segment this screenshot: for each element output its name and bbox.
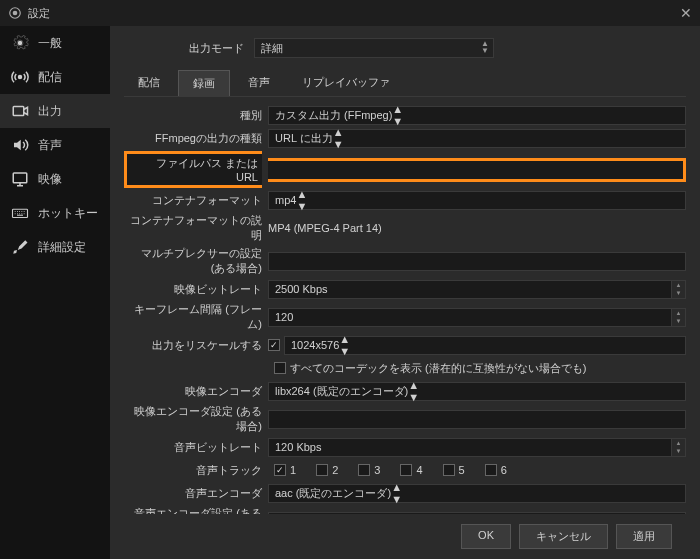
sidebar-item-label: 出力 xyxy=(38,103,62,120)
output-mode-select[interactable]: 詳細 ▲▼ xyxy=(254,38,494,58)
type-select[interactable]: カスタム出力 (FFmpeg)▲▼ xyxy=(268,106,686,125)
svg-rect-5 xyxy=(13,173,27,183)
container-desc-value: MP4 (MPEG-4 Part 14) xyxy=(268,222,382,234)
ffmpeg-out-label: FFmpegの出力の種類 xyxy=(124,131,262,146)
window-title: 設定 xyxy=(28,6,680,21)
container-select[interactable]: mp4▲▼ xyxy=(268,191,686,210)
filepath-label: ファイルパス または URL xyxy=(124,151,262,188)
rescale-select[interactable]: 1024x576▲▼ xyxy=(284,336,686,355)
container-label: コンテナフォーマット xyxy=(124,193,262,208)
track-3-checkbox[interactable] xyxy=(358,464,370,476)
track-1-checkbox[interactable]: ✓ xyxy=(274,464,286,476)
tools-icon xyxy=(10,238,30,256)
sidebar-item-label: ホットキー xyxy=(38,205,98,222)
spin-down-icon[interactable]: ▼ xyxy=(671,317,685,326)
vbitrate-input[interactable]: 2500 Kbps▲▼ xyxy=(268,280,686,299)
chevron-updown-icon: ▲▼ xyxy=(333,126,344,150)
content-panel: 出力モード 詳細 ▲▼ 配信 録画 音声 リプレイバッファ 種別カスタム出力 (… xyxy=(110,26,700,559)
track-4-checkbox[interactable] xyxy=(400,464,412,476)
tab-record[interactable]: 録画 xyxy=(178,70,230,96)
container-desc-label: コンテナフォーマットの説明 xyxy=(124,213,262,243)
keyframe-label: キーフレーム間隔 (フレーム) xyxy=(124,302,262,332)
vencoder-set-input[interactable] xyxy=(268,410,686,429)
vencoder-select[interactable]: libx264 (既定のエンコーダ)▲▼ xyxy=(268,382,686,401)
ok-button[interactable]: OK xyxy=(461,524,511,549)
speaker-icon xyxy=(10,136,30,154)
form: 種別カスタム出力 (FFmpeg)▲▼ FFmpegの出力の種類URL に出力▲… xyxy=(124,105,686,514)
muxer-label: マルチプレクサーの設定 (ある場合) xyxy=(124,246,262,276)
sidebar-item-label: 音声 xyxy=(38,137,62,154)
sidebar-item-stream[interactable]: 配信 xyxy=(0,60,110,94)
close-icon[interactable]: ✕ xyxy=(680,5,692,21)
monitor-icon xyxy=(10,170,30,188)
svg-point-2 xyxy=(18,41,23,46)
output-icon xyxy=(10,102,30,120)
sidebar-item-audio[interactable]: 音声 xyxy=(0,128,110,162)
aencoder-set-input[interactable] xyxy=(268,512,686,515)
output-mode-label: 出力モード xyxy=(124,41,244,56)
track-6-checkbox[interactable] xyxy=(485,464,497,476)
keyframe-input[interactable]: 120▲▼ xyxy=(268,308,686,327)
aencoder-select[interactable]: aac (既定のエンコーダ)▲▼ xyxy=(268,484,686,503)
tracks-label: 音声トラック xyxy=(124,463,262,478)
spin-down-icon[interactable]: ▼ xyxy=(671,447,685,456)
sidebar-item-general[interactable]: 一般 xyxy=(0,26,110,60)
track-5-checkbox[interactable] xyxy=(443,464,455,476)
chevron-updown-icon: ▲▼ xyxy=(392,105,403,127)
svg-point-3 xyxy=(19,76,22,79)
show-all-checkbox[interactable] xyxy=(274,362,286,374)
aencoder-label: 音声エンコーダ xyxy=(124,486,262,501)
show-all-label: すべてのコーデックを表示 (潜在的に互換性がない場合でも) xyxy=(290,361,586,376)
muxer-input[interactable] xyxy=(268,252,686,271)
cancel-button[interactable]: キャンセル xyxy=(519,524,608,549)
abitrate-input[interactable]: 120 Kbps▲▼ xyxy=(268,438,686,457)
svg-rect-4 xyxy=(13,107,24,116)
chevron-updown-icon: ▲▼ xyxy=(391,481,402,505)
spin-up-icon[interactable]: ▲ xyxy=(671,309,685,318)
sidebar: 一般 配信 出力 音声 映像 ホットキー 詳細設定 xyxy=(0,26,110,559)
sidebar-item-label: 一般 xyxy=(38,35,62,52)
type-label: 種別 xyxy=(124,108,262,123)
sidebar-item-label: 配信 xyxy=(38,69,62,86)
sidebar-item-hotkeys[interactable]: ホットキー xyxy=(0,196,110,230)
rescale-checkbox[interactable]: ✓ xyxy=(268,339,280,351)
dialog-buttons: OK キャンセル 適用 xyxy=(124,514,686,559)
sidebar-item-video[interactable]: 映像 xyxy=(0,162,110,196)
output-mode-value: 詳細 xyxy=(261,41,283,56)
vencoder-label: 映像エンコーダ xyxy=(124,384,262,399)
tab-audio[interactable]: 音声 xyxy=(234,70,284,96)
chevron-updown-icon: ▲▼ xyxy=(339,333,350,357)
keyboard-icon xyxy=(10,204,30,222)
spin-up-icon[interactable]: ▲ xyxy=(671,439,685,448)
tab-replay[interactable]: リプレイバッファ xyxy=(288,70,404,96)
aencoder-set-label: 音声エンコーダ設定 (ある場合) xyxy=(124,506,262,514)
abitrate-label: 音声ビットレート xyxy=(124,440,262,455)
svg-point-1 xyxy=(13,11,18,16)
rescale-label: 出力をリスケールする xyxy=(124,338,262,353)
sidebar-item-label: 映像 xyxy=(38,171,62,188)
sidebar-item-output[interactable]: 出力 xyxy=(0,94,110,128)
filepath-input[interactable] xyxy=(268,158,686,182)
gear-icon xyxy=(10,34,30,52)
ffmpeg-out-select[interactable]: URL に出力▲▼ xyxy=(268,129,686,148)
track-2-checkbox[interactable] xyxy=(316,464,328,476)
sidebar-item-advanced[interactable]: 詳細設定 xyxy=(0,230,110,264)
titlebar: 設定 ✕ xyxy=(0,0,700,26)
tab-stream[interactable]: 配信 xyxy=(124,70,174,96)
tabs: 配信 録画 音声 リプレイバッファ xyxy=(124,70,686,97)
chevron-updown-icon: ▲▼ xyxy=(296,188,307,212)
sidebar-item-label: 詳細設定 xyxy=(38,239,86,256)
broadcast-icon xyxy=(10,68,30,86)
app-logo-icon xyxy=(8,6,22,20)
chevron-updown-icon: ▲▼ xyxy=(481,40,489,54)
spin-down-icon[interactable]: ▼ xyxy=(671,289,685,298)
apply-button[interactable]: 適用 xyxy=(616,524,672,549)
vencoder-set-label: 映像エンコーダ設定 (ある場合) xyxy=(124,404,262,434)
spin-up-icon[interactable]: ▲ xyxy=(671,281,685,290)
vbitrate-label: 映像ビットレート xyxy=(124,282,262,297)
chevron-updown-icon: ▲▼ xyxy=(408,379,419,403)
